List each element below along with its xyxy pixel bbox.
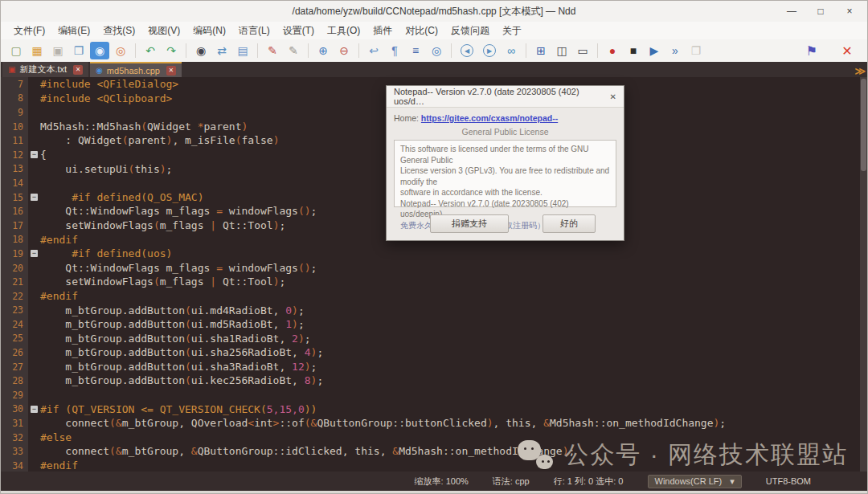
fold-collapse-icon[interactable]: −	[31, 406, 38, 413]
menu-item-4[interactable]: 编码(N)	[186, 22, 232, 39]
line-number: 29	[1, 388, 28, 402]
word-wrap-icon[interactable]: ↩	[364, 42, 383, 59]
line-number: 11	[1, 133, 28, 148]
code-text: setWindowFlags(m_flags | Qt::Tool);	[40, 275, 285, 289]
fold-column	[28, 444, 40, 459]
code-line: 25 m_btGroup.addButton(ui.sha1RadioBt, 2…	[1, 332, 867, 346]
menu-item-2[interactable]: 查找(S)	[96, 22, 141, 39]
replace-icon[interactable]: ⇄	[212, 42, 231, 59]
fold-column: −	[28, 402, 40, 417]
menu-item-1[interactable]: 编辑(E)	[51, 22, 96, 39]
fold-column	[28, 304, 40, 318]
caret-position: 行: 1 列: 0 选中: 0	[554, 476, 624, 488]
line-number: 25	[1, 332, 28, 346]
go-line-icon[interactable]: ∞	[502, 42, 521, 59]
macro-record-icon[interactable]: ●	[603, 42, 622, 59]
line-number: 20	[1, 261, 28, 276]
save-all-icon[interactable]: ❐	[69, 42, 88, 59]
tab-close-icon[interactable]: ✕	[73, 65, 83, 75]
menu-bar: 文件(F)编辑(E)查找(S)视图(V)编码(N)语言(L)设置(T)工具(O)…	[1, 22, 867, 39]
menu-item-8[interactable]: 插件	[366, 22, 399, 39]
menu-item-3[interactable]: 视图(V)	[141, 22, 186, 39]
eol-selector[interactable]: Windows(CR LF) ▾	[648, 475, 742, 488]
line-number: 31	[1, 416, 28, 431]
toolbar-separator	[451, 43, 452, 58]
fold-column	[28, 77, 40, 92]
zoom-in-icon[interactable]: ⊕	[313, 42, 333, 59]
macro-stop-icon[interactable]: ■	[624, 42, 643, 59]
clear-mark-icon[interactable]: ✎	[284, 42, 303, 59]
menu-item-7[interactable]: 工具(O)	[321, 22, 366, 39]
minimize-button[interactable]: —	[777, 1, 806, 22]
scrollbar-thumb[interactable]	[861, 79, 866, 171]
menu-item-5[interactable]: 语言(L)	[232, 22, 276, 39]
zoom-level: 缩放率: 100%	[415, 476, 469, 488]
redo-icon[interactable]: ↷	[162, 42, 181, 59]
save-icon[interactable]: ▣	[48, 42, 68, 59]
home-link[interactable]: https://gitee.com/cxasm/notepad--	[421, 113, 558, 123]
dialog-close-icon[interactable]: ✕	[610, 92, 616, 101]
code-text: #else	[40, 431, 72, 445]
fold-column	[28, 360, 40, 374]
fold-column	[28, 133, 40, 148]
wechat-icon	[518, 440, 555, 471]
code-text: m_btGroup.addButton(ui.sha3RadioBt, 12);	[40, 360, 317, 374]
toolbar-separator	[597, 43, 598, 58]
show-symbol-icon[interactable]: ¶	[385, 42, 404, 59]
open-file-icon[interactable]: ▦	[27, 42, 47, 59]
file-saved-icon: ◉	[96, 66, 103, 75]
code-line: 22#endif	[1, 289, 867, 304]
close-file-icon[interactable]: ◉	[90, 42, 109, 59]
focus-mode-icon[interactable]: ◎	[427, 42, 446, 59]
file-compare-icon[interactable]: ⊞	[531, 42, 551, 59]
find-icon[interactable]: ◉	[191, 42, 211, 59]
nav-back-icon[interactable]: ◀	[461, 44, 473, 57]
undo-icon[interactable]: ↶	[141, 42, 160, 59]
toolbar-separator	[186, 43, 186, 58]
indent-guide-icon[interactable]: ≡	[406, 42, 425, 59]
fold-column: −	[28, 247, 40, 261]
find-in-files-icon[interactable]: ▤	[233, 42, 252, 59]
tab-label: 新建文本.txt	[19, 63, 67, 76]
fold-column	[28, 218, 40, 233]
donate-button[interactable]: 捐赠支持	[430, 214, 509, 233]
menu-item-9[interactable]: 对比(C)	[399, 22, 444, 39]
fold-collapse-icon[interactable]: −	[31, 250, 38, 257]
tab-0[interactable]: ▣新建文本.txt✕	[2, 62, 88, 77]
exit-icon[interactable]: ✕	[837, 42, 857, 59]
pin-icon[interactable]: ⚑	[802, 42, 821, 59]
split-view-icon[interactable]: ◫	[552, 42, 571, 59]
monitor-icon[interactable]: ▭	[573, 42, 592, 59]
line-number: 18	[1, 233, 28, 247]
new-file-icon[interactable]: ▢	[6, 42, 26, 59]
tab-1[interactable]: ◉md5hash.cpp✕	[90, 62, 182, 77]
tab-label: md5hash.cpp	[107, 66, 160, 76]
fold-collapse-icon[interactable]: −	[31, 194, 38, 201]
close-button[interactable]: ×	[835, 1, 864, 22]
menu-item-6[interactable]: 设置(T)	[276, 22, 321, 39]
fold-collapse-icon[interactable]: −	[31, 151, 38, 158]
zoom-out-icon[interactable]: ⊖	[334, 42, 354, 59]
copy-icon[interactable]: ❐	[686, 42, 706, 59]
nav-forward-icon[interactable]: ▶	[483, 44, 496, 57]
code-text: #endif	[40, 289, 78, 304]
fold-column	[28, 289, 40, 304]
macro-play-icon[interactable]: ▶	[645, 42, 664, 59]
line-number: 26	[1, 345, 28, 360]
mark-pen-icon[interactable]: ✎	[263, 42, 282, 59]
code-text: Md5hash::Md5hash(QWidget *parent)	[40, 120, 248, 134]
macro-run-multi-icon[interactable]: »	[665, 42, 685, 59]
menu-item-11[interactable]: 关于	[496, 22, 528, 39]
tab-overflow-icon[interactable]: ≫	[854, 65, 866, 77]
line-number: 32	[1, 431, 28, 445]
line-number: 19	[1, 247, 28, 261]
tab-close-icon[interactable]: ✕	[166, 66, 176, 76]
maximize-button[interactable]: □	[806, 1, 835, 22]
menu-item-10[interactable]: 反馈问题	[444, 22, 496, 39]
ok-button[interactable]: 好的	[542, 214, 596, 233]
fold-column	[28, 317, 40, 332]
about-dialog: Notepad-- Version v2.7.0 (date 20230805 …	[386, 85, 624, 241]
menu-item-0[interactable]: 文件(F)	[7, 22, 51, 39]
close-all-icon[interactable]: ◎	[111, 42, 130, 59]
vertical-scrollbar[interactable]	[860, 77, 867, 472]
